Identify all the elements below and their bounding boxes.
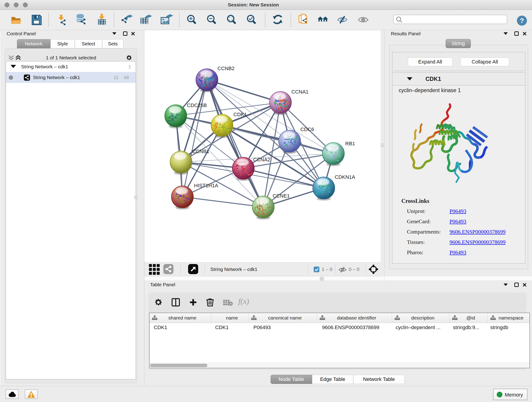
svg-text:CCNB1: CCNB1 xyxy=(192,148,209,154)
svg-text:CDKN1A: CDKN1A xyxy=(335,174,355,180)
svg-text:CCNA2: CCNA2 xyxy=(253,157,270,162)
svg-text:CDC6: CDC6 xyxy=(300,127,314,132)
svg-text:CDK1: CDK1 xyxy=(234,112,247,117)
svg-text:CCNE1: CCNE1 xyxy=(273,193,290,199)
svg-text:CCNA1: CCNA1 xyxy=(291,89,309,95)
svg-text:CDC25B: CDC25B xyxy=(187,102,207,108)
svg-text:CCNB2: CCNB2 xyxy=(217,65,234,71)
svg-text:RB1: RB1 xyxy=(345,141,355,147)
svg-text:HIST1H1A: HIST1H1A xyxy=(194,183,218,188)
svg-text:?: ? xyxy=(520,17,524,24)
